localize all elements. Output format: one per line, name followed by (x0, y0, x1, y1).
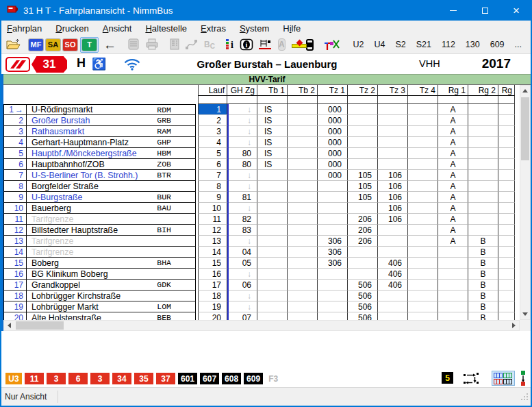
grid-cell-tb2[interactable] (288, 170, 318, 181)
grid-cell-lauf-selected[interactable]: 1 (198, 104, 227, 115)
grid-cell-tz3[interactable]: 106 (378, 192, 408, 203)
route-chip-34[interactable]: 34 (112, 373, 131, 384)
grid-cell-lauf[interactable]: 12 (198, 225, 227, 236)
grid-cell-rg2[interactable] (468, 225, 498, 236)
grid-cell-rg2[interactable] (468, 192, 498, 203)
menu-fahrplan[interactable]: Fahrplan (0, 22, 49, 35)
grid-cell-tz2[interactable] (348, 258, 378, 269)
stop-name-cell[interactable]: GrandkoppelGDK (27, 280, 196, 291)
column-header-tb1[interactable]: Tb 1 (257, 85, 288, 96)
maximize-button[interactable] (469, 0, 501, 21)
route-chip-608[interactable]: 608 (222, 373, 241, 384)
grid-cell-tb1[interactable] (257, 312, 288, 320)
menu-system[interactable]: System (233, 22, 276, 35)
grid-cell-ghzg[interactable]: 81 (227, 192, 257, 203)
grid-cell-tz3[interactable] (378, 104, 408, 115)
grid-cell-tz4[interactable] (408, 137, 438, 148)
grid-cell-tz2[interactable]: 105 (348, 170, 378, 181)
grid-cell-tz2[interactable]: 506 (348, 280, 378, 291)
grid-cell-tz3[interactable]: 106 (378, 203, 408, 214)
stop-sign-icon[interactable] (292, 39, 300, 50)
grid-cell-tz4[interactable] (408, 291, 438, 301)
grid-cell-rg1[interactable]: A (438, 181, 468, 192)
grid-cell-tz4[interactable] (408, 236, 438, 247)
grid-cell-tb2[interactable] (288, 126, 318, 137)
grid-cell-tz4[interactable] (408, 159, 438, 170)
grid-cell-tb1[interactable]: IS (257, 104, 288, 115)
grid-cell-tz1[interactable]: 306 (318, 247, 348, 258)
timetable-list-icon[interactable] (127, 38, 140, 51)
grid-cell-rg1[interactable]: A (438, 236, 468, 247)
sort-direction-icon[interactable] (518, 371, 527, 388)
grid-cell-ghzg[interactable]: 07 (227, 312, 257, 320)
grid-cell-rg1[interactable] (438, 312, 468, 320)
stop-name-cell[interactable]: Tarifgrenze (27, 214, 196, 225)
grid-cell-tz3[interactable]: 106 (378, 181, 408, 192)
stop-number[interactable]: 14 (3, 247, 27, 258)
grid-cell-ghzg[interactable]: 06 (227, 280, 257, 291)
line-button-U4[interactable]: U4 (374, 40, 385, 49)
grid-cell-rg3[interactable] (498, 225, 515, 236)
stop-number[interactable]: 5 (3, 148, 27, 159)
grid-cell-rg3[interactable] (498, 137, 515, 148)
menu-haltestelle[interactable]: Haltestelle (138, 22, 194, 35)
grid-cell-ghzg[interactable]: 04 (227, 247, 257, 258)
grid-cell-tb1[interactable]: IS (257, 148, 288, 159)
grid-cell-rg2[interactable]: B (468, 236, 498, 247)
grid-cell-tz4[interactable] (408, 115, 438, 126)
scroll-down-button[interactable] (520, 309, 530, 319)
grid-cell-tb2[interactable] (288, 159, 318, 170)
column-header-lauf[interactable]: Lauf (198, 85, 227, 96)
grid-cell-ghzg[interactable]: ↓ (227, 236, 257, 247)
grid-cell-rg1[interactable]: A (438, 225, 468, 236)
grid-cell-tz1[interactable] (318, 280, 348, 291)
grid-cell-ghzg[interactable]: 05 (227, 258, 257, 269)
grid-cell-tz1[interactable] (318, 203, 348, 214)
stop-number[interactable]: 17 (3, 280, 27, 291)
grid-cell-rg1[interactable]: A (438, 137, 468, 148)
minimize-button[interactable] (438, 0, 469, 21)
grid-cell-rg1[interactable]: A (438, 148, 468, 159)
grid-cell-tb2[interactable] (288, 236, 318, 247)
grid-cell-rg3[interactable] (498, 115, 515, 126)
column-header-rg2[interactable]: Rg 2 (468, 85, 498, 96)
grid-cell-ghzg[interactable]: 83 (227, 225, 257, 236)
duty-list-icon[interactable] (168, 38, 181, 51)
stop-number[interactable]: 20 (3, 312, 27, 320)
block-code-icon[interactable]: BC (204, 40, 215, 50)
grid-cell-tz2[interactable] (348, 126, 378, 137)
grid-cell-tz4[interactable] (408, 203, 438, 214)
grid-cell-tz1[interactable]: 000 (318, 115, 348, 126)
grid-cell-lauf[interactable]: 5 (198, 148, 227, 159)
grid-cell-tb2[interactable] (288, 181, 318, 192)
grid-cell-rg2[interactable] (468, 181, 498, 192)
grid-cell-rg3[interactable] (498, 203, 515, 214)
grid-cell-lauf[interactable]: 16 (198, 269, 227, 280)
stop-name-cell[interactable]: Billstedter HauptstraßeBIH (27, 225, 196, 236)
line-button-130[interactable]: 130 (466, 40, 480, 49)
grid-cell-rg2[interactable]: B (468, 301, 498, 312)
grid-cell-rg2[interactable] (468, 203, 498, 214)
grid-cell-rg1[interactable] (438, 280, 468, 291)
stop-number[interactable]: 7 (3, 170, 27, 181)
grid-cell-tz3[interactable] (378, 301, 408, 312)
grid-cell-lauf[interactable]: 17 (198, 280, 227, 291)
day-button-t[interactable]: T (82, 39, 97, 51)
stop-number[interactable]: 19 (3, 301, 27, 312)
grid-cell-tb2[interactable] (288, 115, 318, 126)
grid-cell-tb1[interactable]: IS (257, 126, 288, 137)
grid-cell-tb1[interactable] (257, 181, 288, 192)
grid-cell-tz1[interactable]: 000 (318, 170, 348, 181)
grid-cell-rg2[interactable]: B (468, 269, 498, 280)
grid-cell-rg3[interactable] (498, 148, 515, 159)
grid-cell-ghzg[interactable]: ↓ (227, 115, 257, 126)
grid-cell-lauf[interactable]: 15 (198, 258, 227, 269)
grid-cell-tb1[interactable]: IS (257, 159, 288, 170)
grid-cell-tz1[interactable] (318, 291, 348, 301)
grid-cell-rg1[interactable] (438, 247, 468, 258)
vertical-scrollbar[interactable] (520, 85, 531, 320)
grid-cell-rg1[interactable] (438, 291, 468, 301)
grid-cell-rg3[interactable] (498, 258, 515, 269)
grid-cell-tz2[interactable] (348, 159, 378, 170)
scroll-left-button[interactable] (4, 321, 14, 330)
